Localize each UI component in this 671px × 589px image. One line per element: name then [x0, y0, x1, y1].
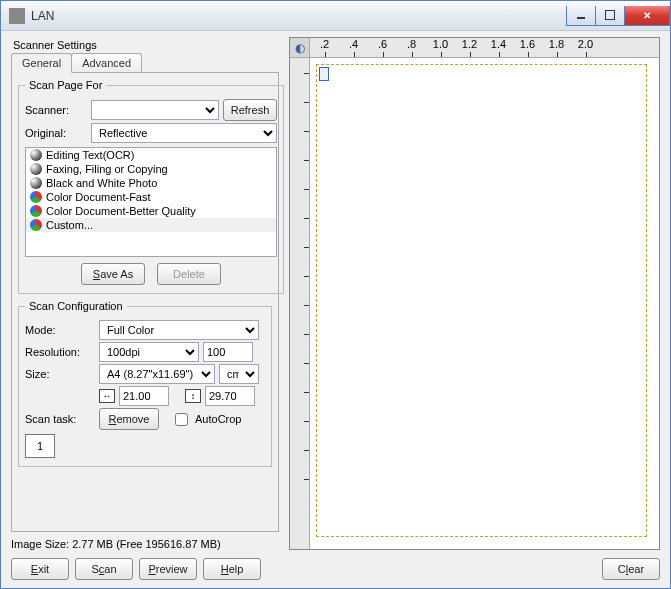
height-input[interactable]	[205, 386, 255, 406]
width-input[interactable]	[119, 386, 169, 406]
scan-page-for-legend: Scan Page For	[25, 79, 106, 91]
app-window: LAN Scanner Settings General Advanced Sc…	[0, 0, 671, 589]
list-item[interactable]: Editing Text(OCR)	[26, 148, 276, 162]
close-button[interactable]	[624, 6, 670, 26]
scan-presets-list[interactable]: Editing Text(OCR) Faxing, Filing or Copy…	[25, 147, 277, 257]
preview-pane[interactable]: ◐ .2 .4 .6 .8 1.0 1.2 1.4 1.6 1.8 2.0	[289, 37, 660, 550]
remove-button[interactable]: Remove	[99, 408, 159, 430]
selection-marker[interactable]	[319, 67, 329, 81]
size-label: Size:	[25, 368, 95, 380]
resolution-input[interactable]	[203, 342, 253, 362]
scan-page-for-group: Scan Page For Scanner: Refresh Original:…	[18, 79, 284, 294]
horizontal-ruler: .2 .4 .6 .8 1.0 1.2 1.4 1.6 1.8 2.0	[310, 38, 659, 58]
size-unit-select[interactable]: cm	[219, 364, 259, 384]
list-item[interactable]: Faxing, Filing or Copying	[26, 162, 276, 176]
color-icon	[30, 219, 42, 231]
height-icon: ↕	[185, 389, 201, 403]
bw-icon	[30, 177, 42, 189]
resolution-label: Resolution:	[25, 346, 95, 358]
tab-general[interactable]: General	[11, 53, 72, 73]
bw-icon	[30, 163, 42, 175]
mode-label: Mode:	[25, 324, 95, 336]
color-icon	[30, 191, 42, 203]
preview-button[interactable]: Preview	[139, 558, 197, 580]
scanner-select[interactable]	[91, 100, 219, 120]
scan-task-label: Scan task:	[25, 413, 95, 425]
app-icon	[9, 8, 25, 24]
autocrop-checkbox[interactable]	[175, 413, 188, 426]
list-item[interactable]: Color Document-Fast	[26, 190, 276, 204]
size-preset-select[interactable]: A4 (8.27"x11.69")	[99, 364, 215, 384]
original-label: Original:	[25, 127, 87, 139]
save-as-button[interactable]: Save As	[81, 263, 145, 285]
exit-button[interactable]: Exit	[11, 558, 69, 580]
scan-config-legend: Scan Configuration	[25, 300, 127, 312]
delete-button[interactable]: Delete	[157, 263, 221, 285]
status-text: Image Size: 2.77 MB (Free 195616.87 MB)	[11, 538, 279, 550]
width-icon: ↔	[99, 389, 115, 403]
scan-task-count: 1	[25, 434, 55, 458]
vertical-ruler	[290, 58, 310, 549]
resolution-select[interactable]: 100dpi	[99, 342, 199, 362]
scan-config-group: Scan Configuration Mode: Full Color Reso…	[18, 300, 272, 467]
maximize-button[interactable]	[595, 6, 625, 26]
titlebar: LAN	[1, 1, 670, 31]
list-item[interactable]: Black and White Photo	[26, 176, 276, 190]
scan-button[interactable]: Scan	[75, 558, 133, 580]
original-select[interactable]: Reflective	[91, 123, 277, 143]
list-item[interactable]: Custom...	[26, 218, 276, 232]
window-title: LAN	[31, 9, 567, 23]
minimize-button[interactable]	[566, 6, 596, 26]
clear-button[interactable]: Clear	[602, 558, 660, 580]
bw-icon	[30, 149, 42, 161]
preview-canvas[interactable]	[316, 64, 647, 537]
tab-body-general: Scan Page For Scanner: Refresh Original:…	[11, 72, 279, 532]
scanner-label: Scanner:	[25, 104, 87, 116]
ruler-origin-icon: ◐	[290, 38, 310, 58]
color-icon	[30, 205, 42, 217]
help-button[interactable]: Help	[203, 558, 261, 580]
mode-select[interactable]: Full Color	[99, 320, 259, 340]
tab-advanced[interactable]: Advanced	[71, 53, 142, 72]
refresh-button[interactable]: Refresh	[223, 99, 277, 121]
autocrop-label: AutoCrop	[195, 413, 241, 425]
scanner-settings-label: Scanner Settings	[13, 39, 279, 51]
list-item[interactable]: Color Document-Better Quality	[26, 204, 276, 218]
